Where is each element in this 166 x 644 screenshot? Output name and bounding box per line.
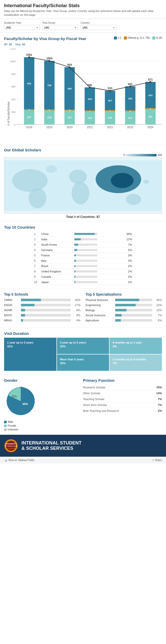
spec-row: Social Sciences 7% bbox=[86, 314, 162, 317]
visit-cell-6mo1yr-label: 6 months up to 1 year bbox=[113, 341, 159, 345]
legend-j1-label: J-1 bbox=[118, 36, 121, 39]
table-row: 5 France 3% bbox=[32, 253, 134, 258]
svg-text:2021: 2021 bbox=[87, 126, 93, 129]
school-label: CMNS bbox=[4, 298, 19, 301]
svg-text:68%: 68% bbox=[22, 402, 28, 405]
footer-logo: UNIVERSITY OF MARYLAND COLLEGE PARK bbox=[4, 439, 18, 453]
table-row: 3 South Korea 7% bbox=[32, 242, 134, 247]
page-title: International Faculty/Scholar Stats bbox=[4, 3, 162, 8]
pct-cell: 3% bbox=[99, 253, 134, 258]
svg-text:2022: 2022 bbox=[107, 126, 113, 129]
legend-h1b-label: H-1B bbox=[156, 36, 162, 39]
svg-text:363: 363 bbox=[88, 98, 92, 100]
func-label: Research Scholar bbox=[83, 386, 105, 389]
countries-table: 1 China 39% 2 India 12% 3 bbox=[32, 231, 134, 285]
chart-ay-visa: AY: All Visa: All bbox=[4, 43, 86, 46]
func-pct: 7% bbox=[158, 398, 162, 401]
spec-row: Engineering 22% bbox=[86, 304, 162, 307]
school-bar-bg bbox=[21, 309, 71, 311]
pct-cell: 12% bbox=[99, 237, 134, 242]
spec-bar-bg bbox=[115, 314, 152, 317]
func-row: Teaching Scholar 7% bbox=[83, 396, 162, 402]
svg-point-72 bbox=[49, 60, 50, 61]
visit-cell-1yr3yr: 1 year up to 3 years 41% bbox=[4, 338, 56, 371]
pct-cell: 2% bbox=[99, 269, 134, 274]
page-header: International Faculty/Scholar Stats Data… bbox=[0, 0, 166, 19]
spec-col: Top 5 Specializations Physical Sciences … bbox=[86, 292, 162, 324]
visit-grid: 1 year up to 3 years 41% 3 year up to 5 … bbox=[4, 338, 162, 371]
svg-point-86 bbox=[46, 165, 57, 173]
table-row: 4 Germany 5% bbox=[32, 247, 134, 253]
svg-text:219: 219 bbox=[108, 116, 112, 119]
legend-unknown-label: Unknown bbox=[8, 428, 18, 431]
svg-text:768: 768 bbox=[47, 84, 52, 87]
pct-cell: 39% bbox=[99, 231, 134, 237]
svg-text:UNIVERSITY: UNIVERSITY bbox=[6, 443, 16, 445]
school-bar-fill bbox=[21, 304, 34, 306]
footer-line1: INTERNATIONAL STUDENT bbox=[21, 440, 81, 446]
pct-bar-cell bbox=[72, 258, 99, 264]
academic-year-filter: Academic Year (All) bbox=[4, 21, 40, 30]
table-row: 9 Canada 2% bbox=[32, 274, 134, 280]
pct-bar-cell bbox=[72, 280, 99, 285]
svg-text:380: 380 bbox=[128, 97, 132, 100]
map-section: Our Global Scholars 5 500 bbox=[0, 145, 166, 221]
visit-cell-5yrplus: More than 5 years 16% bbox=[57, 354, 109, 371]
svg-point-77 bbox=[150, 81, 151, 83]
svg-text:COLLEGE PARK: COLLEGE PARK bbox=[6, 448, 16, 449]
svg-text:820: 820 bbox=[27, 82, 31, 85]
gender-pie-chart: 68% 32% 0% bbox=[4, 385, 37, 418]
spec-pct: 7% bbox=[154, 314, 162, 317]
table-row: 7 Brazil 2% bbox=[32, 264, 134, 269]
country-select[interactable]: (All) bbox=[81, 25, 116, 30]
academic-year-label: Academic Year bbox=[4, 21, 40, 24]
legend-unknown-box bbox=[4, 428, 7, 431]
map-scale-min: 5 bbox=[124, 154, 125, 156]
spec-bar-fill bbox=[115, 304, 136, 306]
academic-year-select[interactable]: (All) bbox=[4, 25, 40, 30]
pct-bar-cell bbox=[72, 264, 99, 269]
country-cell: Italy bbox=[39, 258, 72, 264]
svg-point-79 bbox=[12, 169, 48, 192]
share-icon: ↗ bbox=[152, 459, 154, 462]
gender-func-section: Gender 68% 32% 0% Male bbox=[0, 375, 166, 435]
spec-bar-fill bbox=[115, 314, 122, 317]
func-pct: 70% bbox=[156, 386, 162, 389]
svg-text:2023: 2023 bbox=[127, 126, 133, 129]
svg-text:601: 601 bbox=[128, 82, 133, 85]
svg-text:2024: 2024 bbox=[147, 126, 153, 129]
pct-cell: 2% bbox=[99, 280, 134, 285]
footer-text: INTERNATIONAL STUDENT & SCHOLAR SERVICES bbox=[21, 440, 81, 451]
svg-text:2019: 2019 bbox=[46, 126, 53, 129]
top-countries-section: Top 10 Countries 1 China 39% 2 India bbox=[0, 221, 166, 289]
svg-text:1000: 1000 bbox=[10, 60, 15, 63]
school-row: AGNR 8% bbox=[4, 309, 80, 312]
schools-rows: CMNS 40% ENGR 27% AGNR 8% BSOS bbox=[4, 298, 80, 322]
share-button[interactable]: ↗ Share bbox=[152, 459, 162, 462]
svg-point-81 bbox=[69, 170, 87, 184]
spec-bar-bg bbox=[115, 299, 152, 301]
func-row: Both Teaching and Research 2% bbox=[83, 408, 162, 414]
visa-group-filter: Visa Group (All) bbox=[42, 21, 78, 30]
spec-label: Physical Sciences bbox=[86, 298, 114, 301]
visa-group-select[interactable]: (All) bbox=[42, 25, 78, 30]
visit-cell-3yr5yr: 3 year up to 5 years 25% bbox=[57, 338, 109, 354]
legend-h1b: H-1B bbox=[152, 36, 162, 40]
func-label: Both Teaching and Research bbox=[83, 409, 119, 412]
rank-cell: 3 bbox=[32, 242, 39, 247]
view-tableau-link[interactable]: 📊 View on Tableau Public bbox=[4, 459, 34, 462]
pct-bar-cell bbox=[72, 253, 99, 258]
schools-col: Top 5 Schools CMNS 40% ENGR 27% AGNR 8% bbox=[4, 292, 80, 324]
spec-bar-bg bbox=[115, 304, 152, 306]
func-row: Other Scholar 14% bbox=[83, 390, 162, 396]
func-row: Short Term Scholar 7% bbox=[83, 402, 162, 408]
pct-bar-cell bbox=[72, 269, 99, 274]
legend-j1-box bbox=[114, 36, 117, 40]
svg-text:2020: 2020 bbox=[67, 126, 73, 129]
country-cell: Canada bbox=[39, 274, 72, 280]
svg-text:228: 228 bbox=[47, 116, 52, 119]
spec-label: Social Sciences bbox=[86, 314, 114, 317]
svg-point-71 bbox=[28, 56, 30, 58]
svg-text:904: 904 bbox=[67, 63, 72, 66]
spec-row: Physical Sciences 26% bbox=[86, 298, 162, 301]
